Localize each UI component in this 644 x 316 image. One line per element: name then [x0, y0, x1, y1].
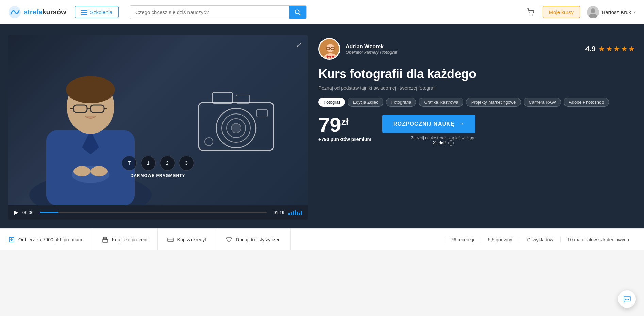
bottom-bar-item[interactable]: Kup za kredyt: [158, 229, 216, 250]
cta-area: ROZPOCZNIJ NAUKĘ → Zacznij naukę teraz, …: [382, 115, 475, 146]
play-button[interactable]: ▶: [14, 209, 18, 216]
svg-rect-47: [168, 239, 173, 240]
svg-rect-31: [257, 109, 267, 117]
arrow-icon: →: [458, 120, 464, 127]
svg-point-7: [532, 14, 533, 15]
moje-kursy-label: Moje kursy: [549, 9, 574, 15]
user-name: Bartosz Kruk: [602, 9, 631, 15]
search-bar: [130, 5, 307, 19]
svg-line-5: [299, 13, 300, 15]
instructor-name: Adrian Wzorek: [346, 43, 580, 50]
price-points: +790 punktów premium: [318, 137, 371, 142]
price-row: 79zł +790 punktów premium ROZPOCZNIJ NAU…: [318, 115, 636, 146]
bottom-stats: 76 recenzji5,5 godziny71 wykładów10 mate…: [444, 237, 636, 242]
main-content: ⤢ T 1 2 3 DARMOWE FRAGMENTY ▶ 00:0: [0, 24, 644, 228]
current-time: 00:06: [22, 210, 36, 215]
total-time: 01:19: [271, 210, 284, 215]
tags-row: FotografEdycja ZdjęćFotografiaGrafika Ra…: [318, 98, 636, 107]
svg-rect-26: [236, 95, 250, 103]
star-rating: ★★★★★: [598, 45, 636, 53]
svg-point-15: [66, 76, 115, 103]
stat-item: 71 wykładów: [519, 237, 560, 242]
instructor-avatar: [318, 38, 340, 60]
svg-point-32: [205, 138, 213, 146]
cta-note-line1: Zacznij naukę teraz, zapłać w ciągu: [411, 136, 475, 140]
header: strefakursów Szkolenia Moje kursy: [0, 0, 644, 24]
bottom-bar-item[interactable]: Kup jako prezent: [92, 229, 158, 250]
bottom-bar-item[interactable]: Dodaj do listy życzeń: [216, 229, 291, 250]
svg-rect-1: [81, 10, 87, 11]
video-container: ⤢ T 1 2 3 DARMOWE FRAGMENTY ▶ 00:0: [8, 35, 308, 220]
course-tag[interactable]: Fotograf: [318, 98, 345, 107]
person-silhouette: [19, 39, 162, 205]
price-display: 79zł: [318, 115, 371, 135]
course-tag[interactable]: Projekty Marketingowe: [466, 98, 521, 107]
svg-point-23: [90, 166, 108, 176]
fragment-dot-t[interactable]: T: [122, 156, 137, 171]
course-tag[interactable]: Camera RAW: [524, 98, 561, 107]
start-learning-button[interactable]: ROZPOCZNIJ NAUKĘ →: [382, 115, 475, 133]
logo[interactable]: strefakursów: [8, 6, 69, 19]
video-controls: ▶ 00:06 01:19: [8, 205, 308, 220]
avatar: [587, 6, 599, 18]
instructor-info: Adrian Wzorek Operator kamery i fotograf: [346, 43, 580, 55]
fragment-nav: T 1 2 3 DARMOWE FRAGMENTY: [122, 156, 194, 178]
svg-point-34: [326, 44, 334, 52]
progress-bar[interactable]: [40, 212, 267, 213]
svg-point-6: [529, 14, 530, 15]
search-input[interactable]: [130, 6, 289, 18]
search-button[interactable]: [289, 6, 306, 19]
points-suffix: punktów premium: [330, 137, 371, 142]
logo-text-strefa: strefa: [24, 8, 42, 16]
course-tag[interactable]: Adobe Photoshop: [564, 98, 609, 107]
fragment-label: DARMOWE FRAGMENTY: [131, 173, 185, 178]
szkolenia-label: Szkolenia: [90, 9, 112, 15]
price-value: 79: [318, 113, 341, 136]
course-tag[interactable]: Fotografia: [386, 98, 416, 107]
cta-note: Zacznij naukę teraz, zapłać w ciągu 21 d…: [411, 136, 475, 146]
instructor-row: Adrian Wzorek Operator kamery i fotograf…: [318, 38, 636, 60]
cart-icon[interactable]: [526, 7, 536, 17]
video-player: ⤢ T 1 2 3 DARMOWE FRAGMENTY ▶ 00:0: [8, 35, 308, 220]
logo-icon: [8, 6, 21, 19]
stat-item: 5,5 godziny: [481, 237, 519, 242]
fragment-dot-3[interactable]: 3: [179, 156, 194, 171]
fullscreen-icon[interactable]: ⤢: [296, 41, 302, 49]
bottom-bar-item[interactable]: Odbierz za 7900 pkt. premium: [8, 229, 92, 250]
menu-icon: [81, 10, 87, 15]
svg-point-41: [329, 56, 331, 58]
course-tag[interactable]: Edycja Zdjęć: [348, 98, 383, 107]
course-title: Kurs fotografii dla każdego: [318, 67, 636, 81]
price-area: 79zł +790 punktów premium: [318, 115, 371, 142]
svg-point-9: [591, 8, 595, 13]
chevron-down-icon: ▾: [634, 10, 636, 15]
fragment-dot-2[interactable]: 2: [160, 156, 175, 171]
play-icon: ▶: [14, 209, 18, 216]
camera-drawing: [192, 82, 280, 158]
svg-point-22: [73, 166, 90, 176]
course-info: Adrian Wzorek Operator kamery i fotograf…: [318, 35, 636, 148]
fragment-dot-1[interactable]: 1: [141, 156, 156, 171]
rating-area: 4.9 ★★★★★: [585, 45, 636, 53]
volume-indicator: [288, 210, 302, 215]
progress-fill: [40, 212, 58, 213]
svg-rect-3: [81, 14, 87, 15]
moje-kursy-button[interactable]: Moje kursy: [543, 6, 580, 18]
course-subtitle: Poznaj od podstaw tajniki świadomej i tw…: [318, 85, 636, 91]
info-icon[interactable]: i: [448, 140, 454, 146]
stat-item: 76 recenzji: [444, 237, 481, 242]
svg-rect-25: [212, 92, 233, 103]
svg-point-30: [231, 123, 241, 133]
rating-number: 4.9: [585, 45, 596, 53]
logo-text-kursow: kursów: [42, 8, 66, 16]
user-area[interactable]: Bartosz Kruk ▾: [587, 6, 636, 18]
instructor-role: Operator kamery i fotograf: [346, 50, 580, 55]
course-tag[interactable]: Grafika Rastrowa: [419, 98, 463, 107]
start-btn-label: ROZPOCZNIJ NAUKĘ: [393, 121, 455, 127]
points-prefix: +790: [318, 137, 329, 142]
price-currency: zł: [341, 116, 349, 127]
stat-item: 10 materiałów szkoleniowych: [560, 237, 636, 242]
cta-note-line2: 21 dni!: [433, 141, 446, 145]
szkolenia-button[interactable]: Szkolenia: [75, 6, 119, 18]
video-screen[interactable]: ⤢ T 1 2 3 DARMOWE FRAGMENTY: [8, 35, 308, 205]
